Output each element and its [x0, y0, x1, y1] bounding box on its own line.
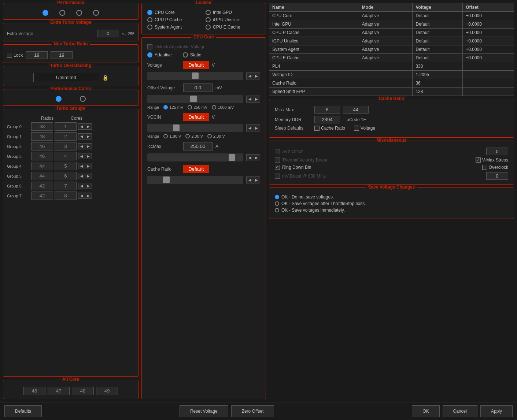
- iccmax-left-arrow[interactable]: ◀: [247, 155, 253, 161]
- offset-left-arrow[interactable]: ◀: [247, 96, 253, 102]
- ok-button[interactable]: OK: [412, 405, 439, 417]
- tg-group3-arrows[interactable]: ◀ ▶: [78, 153, 92, 159]
- tg-group7-arrows[interactable]: ◀ ▶: [78, 193, 92, 199]
- tg-group1-left-arrow[interactable]: ◀: [78, 134, 85, 139]
- cancel-button[interactable]: Cancel: [443, 405, 477, 417]
- defaults-button[interactable]: Defaults: [4, 405, 42, 417]
- apply-button[interactable]: Apply: [480, 405, 513, 417]
- tg-group2-core[interactable]: [55, 142, 77, 150]
- ntr-lock-checkbox[interactable]: Lock: [7, 53, 23, 58]
- tg-group1-ratio[interactable]: [31, 132, 53, 141]
- tg-group0-arrows[interactable]: ◀ ▶: [78, 123, 92, 130]
- tg-group6-ratio[interactable]: [31, 182, 53, 190]
- perf-radio-3[interactable]: [93, 10, 99, 16]
- all-core-val0[interactable]: [23, 387, 45, 395]
- svc-option1[interactable]: OK - Save voltages after ThrottleStop ex…: [275, 201, 508, 206]
- extra-voltage-input[interactable]: [97, 30, 119, 37]
- cache-ratio-arrow-pair[interactable]: ◀ ▶: [246, 176, 260, 183]
- tg-group3-ratio[interactable]: [31, 152, 53, 160]
- vccin-right-arrow[interactable]: ▶: [253, 125, 260, 131]
- tg-group0-left-arrow[interactable]: ◀: [78, 124, 85, 129]
- iccmax-slider-thumb[interactable]: [229, 154, 235, 161]
- voltage-arrow-pair[interactable]: ◀ ▶: [246, 73, 260, 79]
- perf-radio-1[interactable]: [59, 10, 65, 16]
- avx-offset-input[interactable]: [486, 148, 508, 155]
- tg-group6-core[interactable]: [55, 182, 77, 190]
- tg-group6-left-arrow[interactable]: ◀: [78, 183, 85, 189]
- cr-sleep-voltage[interactable]: Voltage: [354, 126, 375, 131]
- locked-igpu-unslice[interactable]: iGPU Unslice: [206, 17, 260, 22]
- tg-group1-right-arrow[interactable]: ▶: [85, 134, 92, 139]
- tg-group6-right-arrow[interactable]: ▶: [85, 183, 92, 189]
- range-125[interactable]: 125 mV: [163, 105, 183, 109]
- ring-down-bin-box[interactable]: ✓: [275, 165, 280, 170]
- locked-system-agent[interactable]: System Agent: [147, 25, 202, 30]
- tg-group7-ratio[interactable]: [31, 192, 53, 200]
- tg-group5-left-arrow[interactable]: ◀: [78, 173, 85, 179]
- perf-cores-radio-0[interactable]: [56, 96, 62, 102]
- offset-arrow-pair[interactable]: ◀ ▶: [246, 96, 260, 103]
- avx-offset-checkbox[interactable]: [275, 149, 280, 154]
- reset-voltage-button[interactable]: Reset Voltage: [180, 405, 228, 417]
- cr-max-input[interactable]: [343, 106, 369, 114]
- voltage-value-btn[interactable]: Default: [183, 61, 209, 69]
- cache-ratio-value-btn[interactable]: Default: [183, 165, 209, 173]
- tg-group4-left-arrow[interactable]: ◀: [78, 163, 85, 169]
- cache-ratio-slider-thumb[interactable]: [163, 176, 170, 183]
- all-core-val1[interactable]: [48, 387, 70, 395]
- offset-slider-thumb[interactable]: [190, 96, 197, 102]
- thermal-velocity-boost-checkbox[interactable]: [275, 157, 280, 163]
- tg-group1-arrows[interactable]: ◀ ▶: [78, 133, 92, 140]
- tg-group5-ratio[interactable]: [31, 172, 53, 180]
- tg-group6-arrows[interactable]: ◀ ▶: [78, 183, 92, 189]
- range-250[interactable]: 250 mV: [188, 105, 207, 109]
- v-max-stress-item[interactable]: ✓ V-Max Stress: [476, 157, 508, 163]
- tg-group7-left-arrow[interactable]: ◀: [78, 193, 85, 198]
- offset-right-arrow[interactable]: ▶: [253, 96, 260, 102]
- voltage-slider-thumb[interactable]: [192, 73, 199, 79]
- tg-group3-right-arrow[interactable]: ▶: [85, 153, 92, 159]
- perf-radio-0[interactable]: [43, 10, 48, 16]
- cr-sleep-cache-ratio[interactable]: Cache Ratio: [314, 126, 345, 131]
- perf-cores-radio-1[interactable]: [80, 96, 86, 102]
- vccin-230[interactable]: 2.30 V: [207, 134, 225, 138]
- vccin-slider-thumb[interactable]: [173, 124, 180, 131]
- tg-group0-right-arrow[interactable]: ▶: [85, 124, 92, 129]
- tg-group3-left-arrow[interactable]: ◀: [78, 153, 85, 159]
- voltage-left-arrow[interactable]: ◀: [247, 73, 253, 79]
- locked-cpu-p-cache[interactable]: CPU P Cache: [147, 17, 202, 22]
- static-radio-item[interactable]: Static: [183, 52, 201, 57]
- locked-cpu-core[interactable]: CPU Core: [147, 10, 202, 15]
- overclock-item[interactable]: Overclock: [482, 165, 508, 170]
- vccin-left-arrow[interactable]: ◀: [247, 125, 253, 131]
- offset-value-input[interactable]: [183, 83, 213, 92]
- tg-group1-core[interactable]: [55, 132, 77, 141]
- locked-intel-gpu[interactable]: Intel GPU: [206, 10, 260, 15]
- vccin-value-btn[interactable]: Default: [183, 113, 209, 121]
- svc-option2[interactable]: OK - Save voltages immediately.: [275, 208, 508, 213]
- perf-radio-2[interactable]: [76, 10, 82, 16]
- tg-group2-arrows[interactable]: ◀ ▶: [78, 143, 92, 149]
- tg-group4-core[interactable]: [55, 162, 77, 170]
- tg-group5-arrows[interactable]: ◀ ▶: [78, 173, 92, 179]
- iccmax-input[interactable]: [183, 142, 213, 150]
- svc-option0[interactable]: OK - Do not save voltages.: [275, 194, 508, 200]
- cache-ratio-right-arrow[interactable]: ▶: [253, 177, 260, 183]
- tg-group7-core[interactable]: [55, 192, 77, 200]
- mv-boost-input[interactable]: [486, 172, 508, 180]
- tg-group4-ratio[interactable]: [31, 162, 53, 170]
- tg-group3-core[interactable]: [55, 152, 77, 160]
- vccin-arrow-pair[interactable]: ◀ ▶: [246, 124, 260, 131]
- tg-group0-ratio[interactable]: [31, 122, 53, 131]
- tg-group5-right-arrow[interactable]: ▶: [85, 173, 92, 179]
- zero-offset-button[interactable]: Zero Offset: [231, 405, 274, 417]
- tg-group2-left-arrow[interactable]: ◀: [78, 144, 85, 149]
- range-1000[interactable]: 1000 mV: [212, 105, 234, 109]
- adaptive-radio-item[interactable]: Adaptive: [147, 52, 172, 57]
- tg-group7-right-arrow[interactable]: ▶: [85, 193, 92, 198]
- tg-group2-right-arrow[interactable]: ▶: [85, 144, 92, 149]
- ntr-val1-input[interactable]: [26, 51, 48, 59]
- iccmax-arrow-pair[interactable]: ◀ ▶: [246, 154, 260, 161]
- iccmax-right-arrow[interactable]: ▶: [253, 155, 260, 161]
- unlock-checkbox[interactable]: [147, 44, 152, 49]
